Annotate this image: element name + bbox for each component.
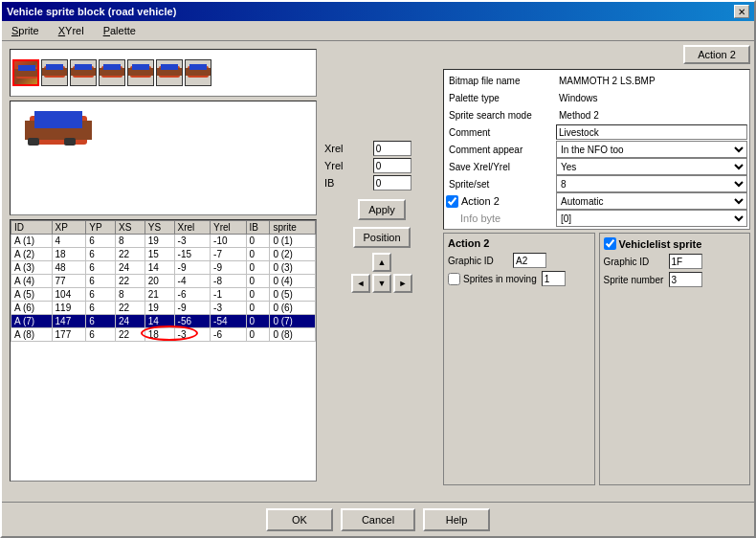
table-cell: 0 (4) [270, 275, 316, 288]
table-row[interactable]: A (1)46819-3-1000 (1) [11, 235, 316, 248]
sprite-thumb-6[interactable] [156, 59, 183, 86]
right-panel: Action 2 Bitmap file name MAMMOTH 2 LS.B… [443, 45, 750, 485]
table-cell: -3 [174, 235, 210, 248]
sprite-thumb-3[interactable] [70, 59, 97, 86]
ok-button[interactable]: OK [266, 508, 333, 531]
sprite-thumb-7[interactable] [185, 59, 211, 86]
table-cell: 20 [145, 275, 174, 288]
table-cell: -9 [174, 261, 210, 275]
table-row[interactable]: A (2)1862215-15-700 (2) [11, 248, 316, 261]
table-cell: 0 (8) [270, 328, 316, 342]
vehiclelist-checkbox[interactable] [604, 237, 616, 250]
table-cell: 0 [246, 235, 270, 248]
table-cell: 14 [145, 315, 174, 328]
sprite-search-value: Method 2 [556, 109, 747, 122]
comment-input[interactable] [556, 124, 747, 140]
prop-action2: Action 2 Automatic [446, 192, 747, 210]
vehiclelist-graphic-id-label: Graphic ID [604, 257, 666, 267]
menu-bar: Sprite XYrel Palette [2, 21, 754, 41]
sprite-thumb-2[interactable] [41, 59, 68, 86]
table-row[interactable]: A (7)14762414-56-5400 (7) [11, 315, 316, 328]
prop-bitmap: Bitmap file name MAMMOTH 2 LS.BMP [446, 72, 747, 89]
table-row[interactable]: A (8)17762218-3-600 (8) [11, 328, 316, 342]
action2-sub-panel: Action 2 Graphic ID Sprites in moving [443, 233, 595, 485]
table-row[interactable]: A (3)4862414-9-900 (3) [11, 261, 316, 275]
sprite-number-row: Sprite number [604, 272, 746, 287]
sprite-search-label: Sprite search mode [446, 109, 556, 122]
cancel-button[interactable]: Cancel [341, 508, 415, 531]
sprite-number-label: Sprite number [604, 275, 666, 285]
sprite-thumbnails [10, 49, 317, 97]
table-cell: -10 [211, 235, 246, 248]
xrel-label: Xrel [324, 143, 371, 154]
table-cell: 0 [246, 261, 270, 275]
table-cell: -8 [211, 275, 246, 288]
save-xrel-label: Save Xrel/Yrel [446, 161, 556, 173]
apply-button[interactable]: Apply [358, 199, 406, 220]
vehiclelist-graphic-id-input[interactable] [669, 254, 702, 269]
table-cell: A (3) [11, 261, 53, 275]
svg-rect-23 [34, 111, 82, 128]
position-button[interactable]: Position [353, 227, 411, 248]
sprite-set-select[interactable]: 8 [556, 175, 747, 192]
up-button[interactable]: ▲ [372, 253, 391, 272]
sprites-moving-input[interactable] [542, 271, 566, 286]
menu-xyrel[interactable]: XYrel [53, 23, 90, 38]
graphic-id-row: Graphic ID [448, 253, 590, 268]
table-row[interactable]: A (4)7762220-4-800 (4) [11, 275, 316, 288]
table-cell: 14 [145, 261, 174, 275]
prop-sprite-set: Sprite/set 8 [446, 175, 747, 192]
table-cell: -15 [174, 248, 210, 261]
table-cell: 6 [86, 328, 116, 342]
table-cell: -9 [211, 261, 246, 275]
xrel-input[interactable] [373, 141, 411, 156]
sprite-preview-area [10, 101, 317, 215]
action2-select[interactable]: Automatic [556, 192, 747, 210]
sprites-moving-checkbox[interactable] [448, 273, 460, 285]
left-button[interactable]: ◄ [351, 274, 370, 293]
svg-rect-5 [46, 64, 63, 70]
action2-top-button[interactable]: Action 2 [683, 45, 750, 64]
sprite-thumb-5[interactable] [127, 59, 154, 86]
sprite-data-table: ID XP YP XS YS Xrel Yrel IB sprite A (1)… [11, 220, 316, 342]
table-cell: -3 [174, 328, 210, 342]
window-title: Vehicle sprite block (road vehicle) [7, 6, 176, 17]
graphic-id-input[interactable] [513, 253, 546, 268]
graphic-id-label: Graphic ID [448, 256, 510, 266]
title-bar: Vehicle sprite block (road vehicle) ✕ [2, 2, 754, 21]
table-cell: 18 [52, 248, 86, 261]
down-button[interactable]: ▼ [372, 274, 391, 293]
sprite-thumb-4[interactable] [99, 59, 125, 86]
ib-input[interactable] [373, 175, 411, 191]
sprite-thumb-1[interactable] [12, 59, 39, 86]
table-cell: -6 [174, 288, 210, 302]
left-panel: ID XP YP XS YS Xrel Yrel IB sprite A (1)… [6, 45, 321, 485]
menu-palette[interactable]: Palette [98, 23, 142, 38]
table-cell: 0 [246, 315, 270, 328]
comment-appear-select[interactable]: In the NFO too [556, 141, 747, 158]
right-button[interactable]: ► [393, 274, 412, 293]
help-button[interactable]: Help [423, 508, 490, 531]
yrel-input[interactable] [373, 158, 411, 173]
prop-comment-appear: Comment appear In the NFO too [446, 141, 747, 158]
table-cell: 19 [145, 302, 174, 315]
save-xrel-select[interactable]: Yes [556, 158, 747, 175]
table-cell: 104 [52, 288, 86, 302]
table-row[interactable]: A (6)11962219-9-300 (6) [11, 302, 316, 315]
table-cell: -9 [174, 302, 210, 315]
menu-sprite[interactable]: Sprite [6, 23, 45, 38]
table-cell: 8 [116, 235, 145, 248]
sprite-number-input[interactable] [669, 272, 702, 287]
col-xs: XS [116, 221, 145, 235]
bitmap-label: Bitmap file name [446, 75, 556, 87]
close-button[interactable]: ✕ [734, 5, 749, 18]
table-cell: 22 [116, 328, 145, 342]
vehiclelist-sub-panel: Vehiclelist sprite Graphic ID Sprite num… [599, 233, 751, 485]
comment-label: Comment [446, 126, 556, 139]
prop-sprite-search: Sprite search mode Method 2 [446, 106, 747, 123]
data-table[interactable]: ID XP YP XS YS Xrel Yrel IB sprite A (1)… [10, 219, 317, 482]
arrow-buttons: ▲ ◄ ▼ ► [324, 253, 439, 293]
info-byte-select[interactable]: [0] [556, 210, 747, 227]
table-row[interactable]: A (5)1046821-6-100 (5) [11, 288, 316, 302]
action2-checkbox[interactable] [446, 195, 458, 208]
